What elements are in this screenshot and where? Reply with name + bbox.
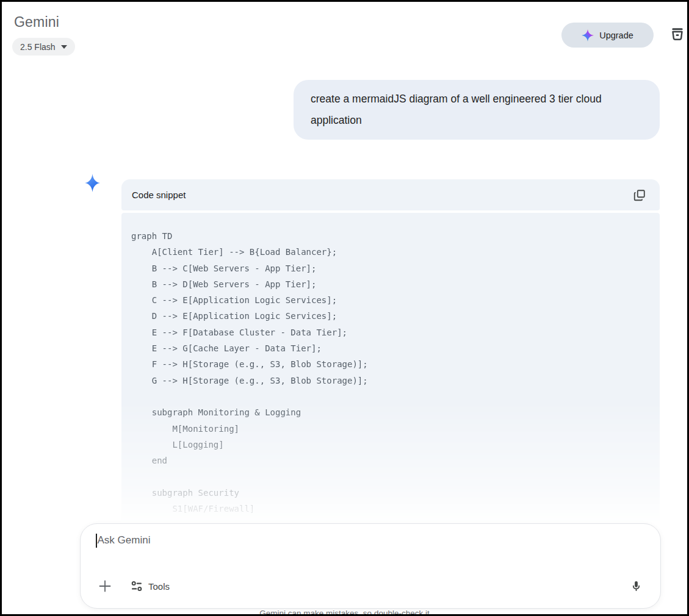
model-selector-dropdown[interactable]: 2.5 Flash bbox=[12, 38, 75, 56]
gemini-app-window: Gemini 2.5 Flash Upgrade bbox=[0, 0, 689, 616]
tools-sliders-icon bbox=[131, 580, 143, 592]
prompt-placeholder: Ask Gemini bbox=[98, 533, 151, 548]
gemini-sparkle-icon bbox=[85, 174, 100, 195]
page-title: Gemini bbox=[14, 14, 59, 30]
code-snippet-block[interactable]: graph TD A[Client Tier] --> B{Load Balan… bbox=[121, 213, 660, 528]
upgrade-button[interactable]: Upgrade bbox=[561, 23, 654, 48]
code-snippet-text: graph TD A[Client Tier] --> B{Load Balan… bbox=[121, 213, 660, 517]
model-selector-label: 2.5 Flash bbox=[20, 42, 56, 52]
code-snippet-title: Code snippet bbox=[132, 190, 186, 200]
archive-bin-icon[interactable] bbox=[668, 26, 687, 44]
add-attachment-button[interactable] bbox=[95, 576, 115, 596]
text-cursor bbox=[96, 534, 97, 548]
user-message-bubble: create a mermaidJS diagram of a well eng… bbox=[294, 80, 660, 140]
composer-toolbar: Tools bbox=[95, 576, 646, 596]
microphone-icon[interactable] bbox=[626, 576, 646, 596]
gemini-sparkle-multicolor-icon bbox=[582, 29, 594, 41]
tools-button[interactable]: Tools bbox=[131, 576, 170, 596]
prompt-input-box[interactable]: Ask Gemini Tools bbox=[80, 523, 661, 609]
chevron-down-icon bbox=[61, 45, 67, 49]
upgrade-button-label: Upgrade bbox=[599, 30, 633, 40]
copy-code-button[interactable] bbox=[629, 185, 650, 206]
tools-button-label: Tools bbox=[148, 581, 170, 592]
prompt-input[interactable]: Ask Gemini bbox=[96, 533, 645, 548]
disclaimer-text: Gemini can make mistakes, so double-chec… bbox=[2, 609, 687, 616]
code-snippet-header: Code snippet bbox=[121, 179, 660, 210]
